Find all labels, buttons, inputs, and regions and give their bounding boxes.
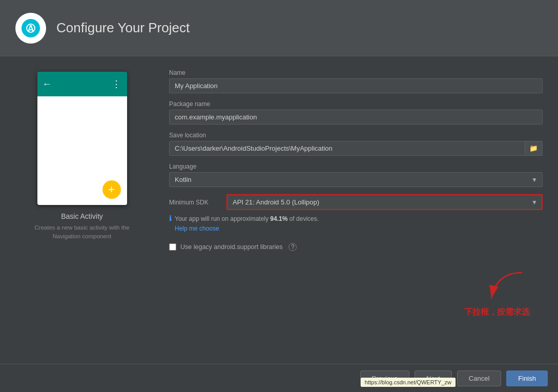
sdk-label: Minimum SDK: [169, 199, 220, 206]
help-tooltip-icon[interactable]: ?: [288, 243, 297, 251]
left-panel: ← ⋮ + Basic Activity Creates a new basic…: [15, 67, 149, 354]
phone-content: +: [37, 96, 127, 205]
sdk-select[interactable]: API 16: Android 4.1 (Jelly Bean) API 17:…: [226, 194, 543, 210]
save-location-input[interactable]: [169, 141, 525, 156]
language-field-group: Language Kotlin Java ▼: [169, 163, 543, 187]
finish-button[interactable]: Finish: [506, 370, 548, 386]
header: A Configure Your Project: [0, 0, 558, 56]
package-field-group: Package name: [169, 100, 543, 125]
activity-description: Creates a new basic activity with the Na…: [33, 223, 131, 241]
cancel-button[interactable]: Cancel: [457, 370, 501, 386]
package-label: Package name: [169, 100, 543, 108]
checkbox-row: Use legacy android.support libraries ?: [169, 243, 543, 251]
package-input[interactable]: [169, 110, 543, 125]
right-panel: Name Package name Save location 📁 Langua…: [169, 67, 543, 354]
sdk-field-group: Minimum SDK API 16: Android 4.1 (Jelly B…: [169, 194, 543, 234]
language-label: Language: [169, 163, 543, 170]
app-logo: A: [15, 13, 46, 44]
phone-topbar: ← ⋮: [37, 72, 127, 96]
name-label: Name: [169, 69, 543, 76]
info-row: ℹ Your app will run on approximately 94.…: [169, 214, 543, 234]
save-input-row: 📁: [169, 141, 543, 156]
page-title: Configure Your Project: [56, 20, 190, 36]
info-icon: ℹ: [169, 214, 172, 222]
language-select-wrapper: Kotlin Java ▼: [169, 172, 543, 187]
back-arrow-icon: ←: [43, 79, 52, 90]
sdk-select-wrapper: API 16: Android 4.1 (Jelly Bean) API 17:…: [226, 194, 543, 210]
legacy-checkbox[interactable]: [169, 243, 176, 251]
save-label: Save location: [169, 132, 543, 139]
save-field-group: Save location 📁: [169, 132, 543, 156]
folder-icon: 📁: [529, 145, 538, 152]
activity-name: Basic Activity: [61, 212, 103, 220]
name-field-group: Name: [169, 69, 543, 93]
info-prefix: Your app will run on approximately: [175, 215, 270, 222]
menu-dots-icon: ⋮: [112, 78, 122, 90]
info-suffix: of devices.: [287, 215, 319, 222]
info-percent: 94.1%: [270, 215, 287, 222]
checkbox-label: Use legacy android.support libraries: [180, 243, 282, 251]
fab-button: +: [102, 180, 121, 199]
sdk-row: Minimum SDK API 16: Android 4.1 (Jelly B…: [169, 194, 543, 210]
main-content: ← ⋮ + Basic Activity Creates a new basic…: [0, 56, 558, 364]
language-select[interactable]: Kotlin Java: [169, 172, 543, 187]
url-bar: https://blog.csdn.net/QWERTY_zw: [361, 378, 456, 387]
name-input[interactable]: [169, 78, 543, 93]
browse-button[interactable]: 📁: [525, 141, 543, 156]
bottom-bar: Previous Next Cancel Finish https://blog…: [0, 364, 558, 392]
info-text: Your app will run on approximately 94.1%…: [175, 214, 319, 234]
phone-preview: ← ⋮ +: [37, 72, 127, 205]
help-link[interactable]: Help me choose: [175, 224, 319, 234]
